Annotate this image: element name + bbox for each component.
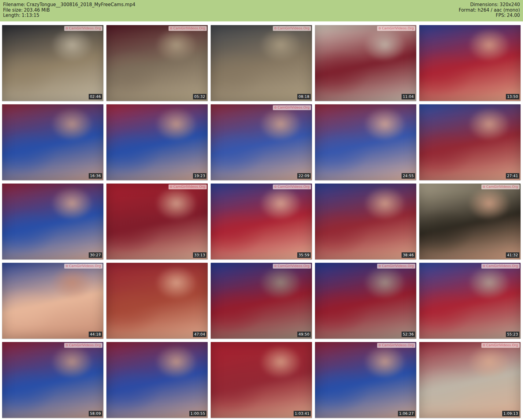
- camgirlvideos-watermark: ✿ CamGirlVideos.Org: [169, 184, 207, 189]
- video-thumbnail: ✿ 13:50: [419, 25, 521, 101]
- timestamp-badge: 11:04: [402, 94, 415, 99]
- timestamp-badge: 55:23: [506, 332, 519, 337]
- timestamp-badge: 30:27: [89, 252, 102, 258]
- video-thumbnail: ✿ 1:00:55: [106, 342, 208, 418]
- flower-logo-icon: ✿: [274, 185, 276, 189]
- timestamp-badge: 16:36: [89, 173, 102, 179]
- flower-logo-icon: ✿: [483, 264, 485, 268]
- watermark-text: CamGirlVideos.Org: [69, 26, 101, 31]
- filename-label: Filename:: [3, 2, 25, 7]
- video-thumbnail: ✿ CamGirlVideos.Org 05:32: [106, 25, 208, 101]
- video-frame-placeholder: [419, 104, 521, 180]
- watermark-text: CamGirlVideos.Org: [382, 26, 414, 31]
- video-thumbnail: ✿ CamGirlVideos.Org 1:09:13: [419, 342, 521, 418]
- camgirlvideos-watermark: ✿ CamGirlVideos.Org: [169, 26, 207, 31]
- flower-logo-icon: ✿: [170, 185, 172, 189]
- video-thumbnail: ✿ 27:41: [419, 104, 521, 180]
- video-thumbnail: ✿ CamGirlVideos.Org 44:18: [2, 263, 103, 339]
- video-frame-placeholder: [106, 263, 208, 339]
- video-frame-placeholder: [2, 104, 103, 180]
- length-line: Length:1:13:15: [3, 13, 135, 18]
- video-thumbnail: ✿ CamGirlVideos.Org 11:04: [315, 25, 416, 101]
- camgirlvideos-watermark: ✿ CamGirlVideos.Org: [64, 26, 102, 31]
- video-frame-placeholder: [419, 25, 521, 101]
- camgirlvideos-watermark: ✿ CamGirlVideos.Org: [481, 343, 520, 348]
- timestamp-badge: 44:18: [89, 332, 102, 337]
- video-thumbnail: ✿ CamGirlVideos.Org 33:13: [106, 184, 208, 259]
- filename-line: Filename:CrazyTongue__300816_2018_MyFree…: [3, 2, 135, 8]
- watermark-text: CamGirlVideos.Org: [486, 343, 518, 348]
- camgirlvideos-watermark: ✿ CamGirlVideos.Org: [64, 264, 102, 269]
- camgirlvideos-watermark: ✿ CamGirlVideos.Org: [481, 184, 520, 189]
- timestamp-badge: 1:00:55: [189, 411, 206, 416]
- video-thumbnail: ✿ CamGirlVideos.Org 22:09: [211, 104, 312, 180]
- flower-logo-icon: ✿: [378, 26, 381, 31]
- video-thumbnail: ✿ CamGirlVideos.Org 52:36: [315, 263, 416, 339]
- video-thumbnail: ✿ CamGirlVideos.Org 58:09: [2, 342, 103, 418]
- media-info-left: Filename:CrazyTongue__300816_2018_MyFree…: [3, 2, 135, 21]
- camgirlvideos-watermark: ✿ CamGirlVideos.Org: [377, 26, 415, 31]
- watermark-text: CamGirlVideos.Org: [278, 264, 310, 268]
- video-frame-placeholder: [211, 263, 312, 339]
- video-thumbnail: ✿ 47:04: [106, 263, 208, 339]
- timestamp-badge: 08:18: [297, 94, 311, 99]
- watermark-text: CamGirlVideos.Org: [173, 26, 205, 31]
- video-thumbnail: ✿ 24:55: [315, 104, 416, 180]
- video-frame-placeholder: [315, 342, 416, 418]
- flower-logo-icon: ✿: [378, 264, 381, 268]
- thumbnail-grid: ✿ CamGirlVideos.Org 02:46 ✿ CamGirlVideo…: [0, 21, 523, 420]
- filesize-line: File size:203.46 MiB: [3, 8, 135, 13]
- timestamp-badge: 1:06:27: [398, 411, 415, 416]
- video-thumbnail: ✿ CamGirlVideos.Org 35:59: [211, 184, 312, 259]
- video-frame-placeholder: [2, 342, 103, 418]
- timestamp-badge: 33:13: [193, 252, 206, 258]
- video-thumbnail: ✿ CamGirlVideos.Org 1:06:27: [315, 342, 416, 418]
- flower-logo-icon: ✿: [483, 185, 485, 189]
- timestamp-badge: 27:41: [506, 173, 519, 179]
- camgirlvideos-watermark: ✿ CamGirlVideos.Org: [273, 184, 311, 189]
- dimensions-label: Dimensions:: [470, 2, 499, 7]
- flower-logo-icon: ✿: [378, 343, 381, 348]
- video-frame-placeholder: [106, 184, 208, 259]
- timestamp-badge: 1:03:41: [294, 411, 311, 416]
- watermark-text: CamGirlVideos.Org: [173, 185, 205, 189]
- watermark-text: CamGirlVideos.Org: [382, 343, 414, 348]
- timestamp-badge: 13:50: [506, 94, 519, 99]
- camgirlvideos-watermark: ✿ CamGirlVideos.Org: [481, 264, 520, 269]
- camgirlvideos-watermark: ✿ CamGirlVideos.Org: [273, 105, 311, 110]
- video-frame-placeholder: [2, 25, 103, 101]
- length-label: Length:: [3, 13, 20, 18]
- watermark-text: CamGirlVideos.Org: [278, 106, 310, 110]
- flower-logo-icon: ✿: [274, 264, 276, 268]
- camgirlvideos-watermark: ✿ CamGirlVideos.Org: [273, 264, 311, 269]
- dimensions-line: Dimensions:320x240: [459, 2, 520, 8]
- fps-value: 24.00: [507, 13, 520, 18]
- flower-logo-icon: ✿: [65, 343, 68, 348]
- video-thumbnail: ✿ CamGirlVideos.Org 55:23: [419, 263, 521, 339]
- timestamp-badge: 1:09:13: [502, 411, 519, 416]
- video-frame-placeholder: [419, 184, 521, 259]
- watermark-text: CamGirlVideos.Org: [69, 264, 101, 268]
- timestamp-badge: 47:04: [193, 332, 206, 337]
- format-label: Format:: [459, 7, 477, 13]
- video-frame-placeholder: [315, 104, 416, 180]
- flower-logo-icon: ✿: [170, 26, 172, 31]
- timestamp-badge: 05:32: [193, 94, 206, 99]
- watermark-text: CamGirlVideos.Org: [486, 185, 518, 189]
- timestamp-badge: 38:46: [402, 252, 415, 258]
- video-thumbnail: ✿ 19:23: [106, 104, 208, 180]
- filesize-label: File size:: [3, 7, 23, 13]
- media-info-right: Dimensions:320x240 Format:h264 / aac (mo…: [459, 2, 520, 21]
- video-thumbnail: ✿ CamGirlVideos.Org 41:32: [419, 184, 521, 259]
- watermark-text: CamGirlVideos.Org: [278, 185, 310, 189]
- timestamp-badge: 02:46: [89, 94, 102, 99]
- video-frame-placeholder: [2, 184, 103, 259]
- watermark-text: CamGirlVideos.Org: [69, 343, 101, 348]
- length-value: 1:13:15: [22, 13, 39, 18]
- video-thumbnail: ✿ CamGirlVideos.Org 49:50: [211, 263, 312, 339]
- watermark-text: CamGirlVideos.Org: [278, 26, 310, 31]
- video-frame-placeholder: [106, 25, 208, 101]
- flower-logo-icon: ✿: [65, 26, 68, 31]
- video-frame-placeholder: [211, 25, 312, 101]
- video-frame-placeholder: [315, 263, 416, 339]
